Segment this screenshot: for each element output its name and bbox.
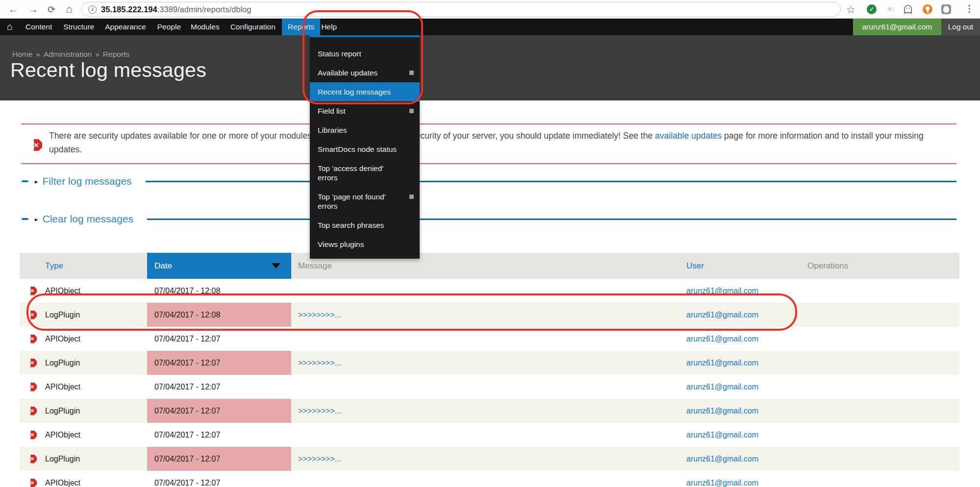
log-user-link[interactable]: arunz61@gmail.com	[686, 335, 758, 343]
menu-item-top-page-not-found-errors[interactable]: Top 'page not found' errors	[310, 187, 420, 216]
menu-item-available-updates[interactable]: Available updates	[310, 63, 420, 82]
table-row: APIObject 07/04/2017 - 12:07 arunz61@gma…	[20, 327, 959, 351]
fieldset-rule	[147, 219, 956, 220]
site-home-icon[interactable]	[4, 19, 15, 35]
menu-item-label: Views plugins	[318, 240, 397, 249]
collapsed-arrow-icon[interactable]	[35, 216, 38, 223]
date-cell: 07/04/2017 - 12:07	[147, 351, 291, 375]
menu-item-label: Libraries	[318, 125, 397, 135]
toolbar-item-structure[interactable]: Structure	[63, 19, 94, 35]
toolbar-item-appearance[interactable]: Appearance	[105, 19, 146, 35]
back-icon[interactable]	[6, 2, 21, 17]
menu-item-libraries[interactable]: Libraries	[310, 121, 420, 140]
forward-icon[interactable]	[26, 2, 41, 17]
date-cell: 07/04/2017 - 12:07	[147, 399, 291, 423]
type-cell: APIObject	[20, 423, 147, 447]
menu-item-label: Status report	[318, 49, 397, 58]
log-user-link[interactable]: arunz61@gmail.com	[686, 431, 758, 439]
type-cell: APIObject	[20, 327, 147, 351]
menu-item-status-report[interactable]: Status report	[310, 44, 420, 63]
menu-item-field-list[interactable]: Field list	[310, 101, 420, 121]
date-cell: 07/04/2017 - 12:08	[147, 303, 291, 327]
log-type: APIObject	[45, 479, 80, 487]
toolbar-item-help[interactable]: Help	[321, 19, 337, 35]
log-user-link[interactable]: arunz61@gmail.com	[686, 455, 758, 463]
operations-cell	[807, 303, 959, 327]
toolbar-item-modules[interactable]: Modules	[191, 19, 220, 35]
operations-cell	[807, 279, 959, 303]
table-header: Type Date Message User Operations	[20, 253, 959, 279]
message-cell	[291, 327, 686, 351]
extension-check-icon[interactable]	[867, 4, 877, 14]
extension-dim-icon[interactable]	[885, 4, 896, 14]
header-user[interactable]: User	[686, 253, 807, 279]
reports-dropdown-menu: Status report Available updates Recent l…	[310, 37, 420, 259]
date-cell: 07/04/2017 - 12:07	[147, 375, 291, 399]
filter-fieldset[interactable]: Filter log messages	[22, 175, 956, 188]
log-message-link[interactable]: >>>>>>>>...	[298, 359, 341, 367]
date-cell: 07/04/2017 - 12:07	[147, 447, 291, 471]
table-row: APIObject 07/04/2017 - 12:07 arunz61@gma…	[20, 471, 959, 487]
operations-cell	[807, 399, 959, 423]
log-type: APIObject	[45, 383, 80, 391]
clear-fieldset-label[interactable]: Clear log messages	[43, 213, 134, 225]
breadcrumb-item-administration[interactable]: Administration	[44, 50, 92, 58]
log-date: 07/04/2017 - 12:07	[154, 479, 220, 487]
log-table: Type Date Message User Operations APIObj…	[20, 253, 959, 487]
url-text: 35.185.222.194:3389/admin/reports/dblog	[101, 5, 251, 14]
menu-item-smartdocs-node-status[interactable]: SmartDocs node status	[310, 140, 420, 159]
info-icon[interactable]	[88, 5, 97, 14]
admin-toolbar: ContentStructureAppearancePeopleModulesC…	[0, 19, 980, 35]
breadcrumb-item-reports[interactable]: Reports	[103, 50, 129, 58]
menu-item-views-plugins[interactable]: Views plugins	[310, 235, 420, 254]
log-type: LogPlugin	[45, 311, 80, 319]
log-user-link[interactable]: arunz61@gmail.com	[686, 287, 758, 295]
user-cell: arunz61@gmail.com	[686, 303, 807, 327]
type-cell: LogPlugin	[20, 447, 147, 471]
clear-fieldset[interactable]: Clear log messages	[22, 213, 956, 225]
address-bar[interactable]: 35.185.222.194:3389/admin/reports/dblog	[81, 2, 841, 17]
message-cell: >>>>>>>>...	[291, 399, 686, 423]
toolbar-item-reports[interactable]: Reports	[282, 19, 320, 35]
log-user-link[interactable]: arunz61@gmail.com	[686, 479, 758, 487]
browser-menu-icon[interactable]	[965, 3, 974, 14]
log-date: 07/04/2017 - 12:07	[154, 383, 220, 391]
menu-item-top-access-denied-errors[interactable]: Top 'access denied' errors	[310, 159, 420, 187]
extension-openvpn-icon[interactable]	[923, 4, 932, 14]
error-status-icon	[28, 431, 37, 439]
available-updates-link[interactable]: available updates	[655, 131, 722, 141]
log-user-link[interactable]: arunz61@gmail.com	[686, 311, 758, 319]
collapsed-arrow-icon[interactable]	[35, 178, 38, 185]
browser-avatar-icon[interactable]	[941, 4, 951, 14]
reload-icon[interactable]	[44, 2, 59, 17]
log-message-link[interactable]: >>>>>>>>...	[298, 407, 341, 415]
toolbar-item-configuration[interactable]: Configuration	[230, 19, 276, 35]
menu-item-label: Top 'access denied' errors	[318, 164, 397, 182]
log-message-link[interactable]: >>>>>>>>...	[298, 311, 341, 319]
logout-button[interactable]: Log out	[941, 19, 980, 35]
breadcrumb-separator: »	[36, 50, 40, 58]
page-title: Recent log messages	[10, 59, 206, 82]
log-user-link[interactable]: arunz61@gmail.com	[686, 407, 758, 415]
menu-item-top-search-phrases[interactable]: Top search phrases	[310, 216, 420, 235]
toolbar-item-content[interactable]: Content	[25, 19, 52, 35]
bookmark-star-icon[interactable]	[846, 4, 855, 16]
browser-home-icon[interactable]	[62, 2, 76, 17]
menu-item-recent-log-messages[interactable]: Recent log messages	[310, 82, 420, 101]
toolbar-item-people[interactable]: People	[157, 19, 181, 35]
filter-fieldset-label[interactable]: Filter log messages	[43, 175, 132, 187]
extension-ghost-icon[interactable]	[903, 4, 913, 14]
header-date-sorted[interactable]: Date	[147, 253, 291, 279]
log-date: 07/04/2017 - 12:07	[154, 407, 220, 415]
header-type[interactable]: Type	[20, 253, 147, 279]
breadcrumb-item-home[interactable]: Home	[12, 50, 32, 58]
log-user-link[interactable]: arunz61@gmail.com	[686, 359, 758, 367]
menu-item-label: Top 'page not found' errors	[318, 192, 397, 211]
account-button[interactable]: arunz61@gmail.com	[853, 19, 941, 35]
type-cell: APIObject	[20, 279, 147, 303]
page-header: Home»Administration»Reports Recent log m…	[0, 35, 980, 100]
log-message-link[interactable]: >>>>>>>>...	[298, 455, 341, 463]
log-user-link[interactable]: arunz61@gmail.com	[686, 383, 758, 391]
module-badge-icon	[409, 71, 414, 75]
user-cell: arunz61@gmail.com	[686, 375, 807, 399]
